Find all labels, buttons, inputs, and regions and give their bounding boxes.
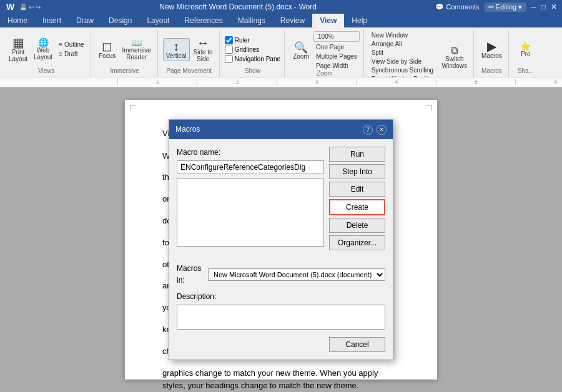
tab-view[interactable]: View: [312, 14, 344, 27]
macro-list[interactable]: [177, 178, 324, 247]
dialog-left-panel: Macro name:: [177, 147, 324, 250]
editing-badge[interactable]: ✏ Editing ▾: [485, 2, 526, 12]
vertical-icon: ↕: [173, 40, 179, 52]
close-button[interactable]: ✕: [551, 2, 557, 11]
sync-scrolling-button[interactable]: Synchronous Scrolling: [369, 66, 438, 74]
tab-review[interactable]: Review: [273, 14, 312, 27]
show-buttons: Ruler Gridlines Navigation Pane: [225, 31, 280, 67]
navigation-pane-checkbox-label[interactable]: Navigation Pane: [225, 55, 280, 63]
ruler-checkbox-label[interactable]: Ruler: [225, 36, 280, 44]
pro-icon: ⭐: [520, 42, 531, 51]
page-width-button[interactable]: Page Width: [313, 62, 360, 70]
macros-dialog: Macros ? ✕ Macro name:: [169, 119, 393, 360]
dialog-body: Macro name: Run Step Into Edit Create De…: [169, 139, 393, 263]
dialog-main-row: Macro name: Run Step Into Edit Create De…: [177, 147, 385, 250]
dialog-overlay: Macros ? ✕ Macro name:: [125, 100, 437, 380]
one-page-button[interactable]: One Page: [313, 43, 360, 51]
tab-insert[interactable]: Insert: [35, 14, 69, 27]
ruler-checkbox[interactable]: [225, 36, 233, 44]
focus-icon: ◻: [102, 40, 112, 52]
ribbon-group-page-movement: ↕ Vertical ↔ Side toSide Page Movement: [159, 30, 220, 77]
ribbon-group-views: ▦ PrintLayout 🌐 WebLayout ≡ Outline ≡ Dr…: [2, 30, 91, 77]
title-bar-right: 💬 Comments ✏ Editing ▾ ─ □ ✕: [435, 2, 557, 12]
comments-button[interactable]: 💬 Comments: [435, 3, 479, 11]
create-button[interactable]: Create: [329, 199, 385, 215]
draft-icon: ≡: [59, 51, 62, 57]
app-title: New Microsoft Word Document (5).docx - W…: [41, 2, 436, 11]
dialog-close-button[interactable]: ✕: [377, 125, 387, 135]
split-button[interactable]: Split: [369, 49, 438, 57]
document-page[interactable]: Video provides a powerful way to help yo…: [125, 100, 437, 380]
cancel-button[interactable]: Cancel: [329, 337, 385, 352]
tab-help[interactable]: Help: [344, 14, 375, 27]
switch-windows-icon: ⧉: [451, 46, 458, 56]
zoom-icon: 🔍: [294, 42, 308, 53]
tab-mailings[interactable]: Mailings: [230, 14, 273, 27]
dialog-title-buttons: ? ✕: [363, 125, 387, 135]
outline-icon: ≡: [59, 41, 62, 48]
pro-button[interactable]: ⭐ Pro: [515, 41, 537, 59]
tab-draw[interactable]: Draw: [69, 14, 101, 27]
ribbon: ▦ PrintLayout 🌐 WebLayout ≡ Outline ≡ Dr…: [0, 27, 562, 77]
ribbon-group-immersive: ◻ Focus 📖 ImmersiveReader Immersive: [92, 30, 158, 77]
dialog-help-button[interactable]: ?: [363, 125, 373, 135]
zoom-100-button[interactable]: 100%: [313, 31, 360, 42]
macros-buttons: ▶ Macros: [479, 31, 505, 67]
window-buttons: New Window Arrange All Split View Side b…: [369, 31, 470, 83]
switch-windows-button[interactable]: ⧉ SwitchWindows: [439, 44, 470, 71]
ribbon-group-window: New Window Arrange All Split View Side b…: [365, 30, 474, 77]
print-layout-button[interactable]: ▦ PrintLayout: [6, 35, 30, 64]
run-button[interactable]: Run: [329, 147, 385, 162]
outline-button[interactable]: ≡ Outline: [56, 41, 87, 49]
navigation-pane-checkbox[interactable]: [225, 55, 233, 63]
immersive-buttons: ◻ Focus 📖 ImmersiveReader: [96, 31, 154, 67]
macros-icon: ▶: [487, 40, 496, 52]
tab-references[interactable]: References: [177, 14, 230, 27]
immersive-reader-button[interactable]: 📖 ImmersiveReader: [120, 37, 154, 62]
title-bar-left: W 💾 ↩ ↪: [5, 2, 41, 12]
page-movement-label: Page Movement: [166, 67, 212, 76]
multiple-pages-button[interactable]: Multiple Pages: [313, 52, 360, 61]
macros-label: Macros: [481, 67, 502, 76]
immersive-label: Immersive: [111, 67, 139, 76]
cancel-row: Cancel: [177, 337, 385, 352]
gridlines-checkbox-label[interactable]: Gridlines: [225, 46, 280, 54]
maximize-button[interactable]: □: [541, 2, 546, 11]
side-to-side-button[interactable]: ↔ Side toSide: [191, 35, 215, 64]
description-textarea[interactable]: [177, 305, 385, 330]
share-label: Sha...: [518, 67, 534, 76]
macros-in-select[interactable]: New Microsoft Word Document (5).docx (do…: [208, 268, 385, 281]
view-side-by-side-button[interactable]: View Side by Side: [369, 57, 438, 66]
organizer-button[interactable]: Organizer...: [329, 235, 385, 250]
description-label: Description:: [177, 291, 385, 303]
web-layout-icon: 🌐: [38, 38, 49, 47]
macros-button[interactable]: ▶ Macros: [479, 39, 505, 61]
step-into-button[interactable]: Step Into: [329, 164, 385, 179]
minimize-button[interactable]: ─: [531, 2, 536, 11]
tab-home[interactable]: Home: [0, 14, 35, 27]
dialog-footer: Macros in: New Microsoft Word Document (…: [169, 263, 393, 360]
edit-button[interactable]: Edit: [329, 182, 385, 197]
tab-layout[interactable]: Layout: [139, 14, 177, 27]
macros-in-label: Macros in:: [177, 263, 204, 287]
zoom-button[interactable]: 🔍 Zoom: [290, 41, 312, 61]
new-window-button[interactable]: New Window: [369, 31, 438, 39]
macros-in-row: Macros in: New Microsoft Word Document (…: [177, 263, 385, 287]
ribbon-group-zoom: 🔍 Zoom 100% One Page Multiple Pages Page…: [286, 30, 364, 77]
tab-design[interactable]: Design: [101, 14, 139, 27]
zoom-buttons: 🔍 Zoom 100% One Page Multiple Pages Page…: [290, 31, 360, 70]
delete-button[interactable]: Delete: [329, 218, 385, 233]
dialog-title: Macros: [175, 124, 200, 135]
pencil-icon: ✏: [488, 3, 494, 11]
ribbon-group-share: ⭐ Pro Sha...: [510, 30, 541, 77]
word-logo-icon: W: [5, 2, 16, 12]
macro-name-input[interactable]: [177, 160, 324, 174]
dialog-right-panel: Run Step Into Edit Create Delete Organiz…: [329, 147, 385, 250]
draft-button[interactable]: ≡ Draft: [56, 50, 87, 58]
arrange-all-button[interactable]: Arrange All: [369, 40, 438, 48]
views-label: Views: [38, 67, 55, 76]
gridlines-checkbox[interactable]: [225, 46, 233, 54]
web-layout-button[interactable]: 🌐 WebLayout: [31, 37, 55, 62]
focus-button[interactable]: ◻ Focus: [96, 39, 119, 61]
vertical-button[interactable]: ↕ Vertical: [163, 38, 190, 61]
